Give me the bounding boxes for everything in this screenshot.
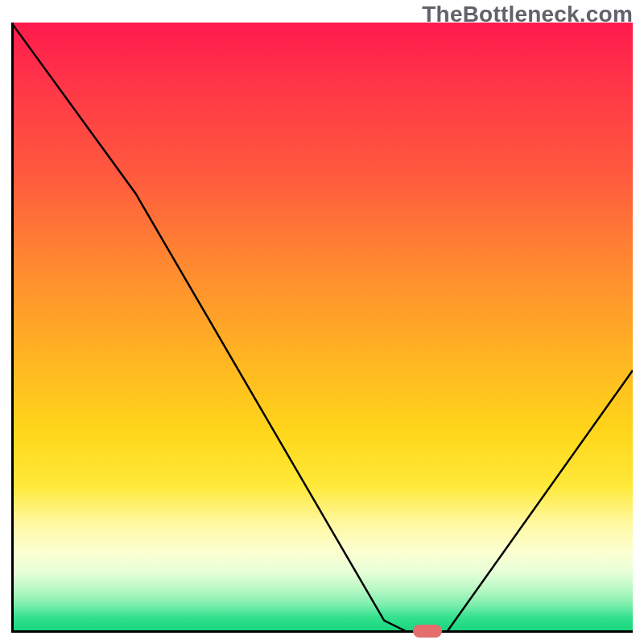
curve-path [11,23,633,633]
chart-frame: TheBottleneck.com [0,0,644,644]
bottleneck-curve [11,23,633,633]
plot-area [11,23,633,633]
optimal-marker [413,625,442,638]
